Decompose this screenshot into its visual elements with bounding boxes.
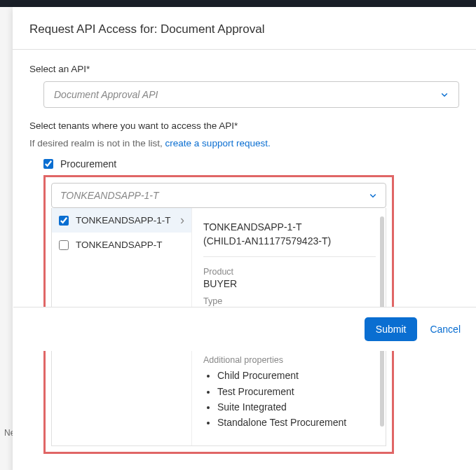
detail-divider <box>203 256 376 257</box>
tenant-hint: If desired realm is not in the list, cre… <box>29 138 459 148</box>
tenant-select[interactable]: TONKEANDSAPP-1-T <box>51 183 386 208</box>
procurement-checkbox[interactable] <box>43 159 53 169</box>
api-field-group: Select an API* Document Approval API <box>29 64 459 108</box>
tenant-detail-title-name: TONKEANDSAPP-1-T <box>203 221 302 233</box>
tenant-detail-title: TONKEANDSAPP-1-T (CHILD1-AN11177579423-T… <box>203 221 376 248</box>
tenant-field-label: Select tenants where you want to access … <box>29 120 459 131</box>
tenant-option-1[interactable]: TONKEANDSAPP-1-T <box>52 208 191 233</box>
modal-header: Request API Access for: Document Approva… <box>13 7 476 50</box>
api-select-value: Document Approval API <box>54 89 440 100</box>
cancel-button[interactable]: Cancel <box>430 324 461 335</box>
tenant-select-value: TONKEANDSAPP-1-T <box>60 190 369 201</box>
type-label: Type <box>203 296 376 306</box>
tenant-hint-text: If desired realm is not in the list, <box>29 138 165 148</box>
tenant-option-2[interactable]: TONKEANDSAPP-T <box>52 233 191 257</box>
api-select[interactable]: Document Approval API <box>43 81 459 108</box>
procurement-checkbox-row: Procurement <box>43 158 459 170</box>
tenant-option-1-checkbox[interactable] <box>59 216 69 226</box>
tenant-option-2-checkbox[interactable] <box>59 240 69 250</box>
submit-button[interactable]: Submit <box>365 317 418 341</box>
list-item: Standalone Test Procurement <box>217 415 376 430</box>
chevron-down-icon <box>440 90 449 99</box>
request-api-access-modal: Request API Access for: Document Approva… <box>13 7 476 470</box>
tenant-field-group: Select tenants where you want to access … <box>29 120 459 454</box>
list-item: Child Procurement <box>217 368 376 383</box>
additional-props-label: Additional properties <box>203 355 376 365</box>
additional-props-list: Child Procurement Test Procurement Suite… <box>203 368 376 431</box>
tenant-option-2-label: TONKEANDSAPP-T <box>76 240 163 250</box>
tenant-detail-title-id: (CHILD1-AN11177579423-T) <box>203 235 331 247</box>
modal-body: Select an API* Document Approval API Sel… <box>13 50 476 470</box>
list-item: Test Procurement <box>217 384 376 399</box>
procurement-checkbox-label: Procurement <box>60 158 116 170</box>
app-top-bar <box>0 0 476 7</box>
product-value: BUYER <box>203 278 376 289</box>
create-support-request-link[interactable]: create a support request. <box>165 138 271 148</box>
modal-title: Request API Access for: Document Approva… <box>29 22 459 36</box>
product-label: Product <box>203 267 376 277</box>
list-item: Suite Integrated <box>217 399 376 415</box>
tenant-option-1-label: TONKEANDSAPP-1-T <box>76 215 171 226</box>
chevron-down-icon <box>369 191 377 200</box>
modal-footer: Submit Cancel <box>13 307 476 351</box>
api-field-label: Select an API* <box>29 64 459 74</box>
